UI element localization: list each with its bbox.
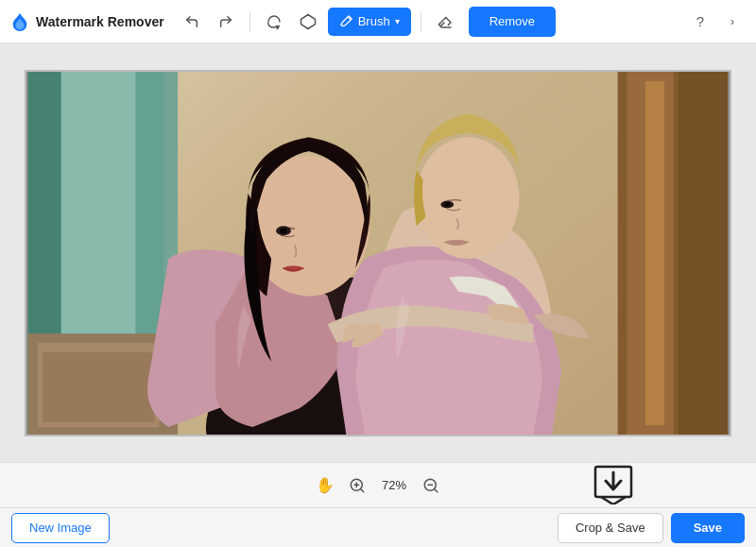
- download-indicator: [593, 465, 633, 504]
- footer: New Image Crop & Save Save: [0, 507, 756, 547]
- illustration: [26, 72, 730, 435]
- svg-marker-0: [301, 14, 315, 28]
- zoom-level: 72%: [377, 478, 411, 492]
- help-icon: ?: [696, 13, 704, 29]
- svg-line-27: [360, 488, 363, 491]
- toolbar-right: ? ›: [686, 8, 747, 36]
- canvas-area[interactable]: [0, 43, 756, 462]
- save-button[interactable]: Save: [671, 513, 745, 543]
- logo-icon: [9, 11, 30, 32]
- remove-button[interactable]: Remove: [469, 7, 556, 37]
- lasso-tool-button[interactable]: [260, 8, 288, 36]
- svg-line-31: [434, 488, 437, 491]
- more-button[interactable]: ›: [718, 8, 747, 36]
- separator-2: [421, 11, 421, 32]
- download-arrow-icon: [593, 465, 633, 504]
- brush-dropdown-icon: ▾: [395, 16, 400, 26]
- zoom-out-button[interactable]: [419, 473, 443, 498]
- toolbar: Watermark Remover Brush ▾: [0, 0, 756, 43]
- zoom-controls: ✋ 72%: [313, 473, 443, 498]
- polygon-tool-button[interactable]: [294, 8, 322, 36]
- help-button[interactable]: ?: [686, 8, 714, 36]
- new-image-button[interactable]: New Image: [11, 513, 110, 543]
- image-container: [25, 70, 731, 436]
- undo-button[interactable]: [178, 8, 206, 36]
- brush-label: Brush: [358, 14, 390, 28]
- app-logo: Watermark Remover: [9, 11, 164, 32]
- more-icon: ›: [730, 14, 734, 28]
- separator-1: [249, 11, 250, 32]
- eraser-tool-button[interactable]: [431, 8, 459, 36]
- crop-save-button[interactable]: Crop & Save: [558, 513, 663, 543]
- svg-rect-25: [28, 72, 728, 435]
- zoom-bar: ✋ 72%: [0, 462, 756, 507]
- footer-right: Crop & Save Save: [558, 513, 745, 543]
- app-title: Watermark Remover: [36, 14, 164, 29]
- hand-pan-icon[interactable]: ✋: [313, 473, 337, 498]
- brush-tool-button[interactable]: Brush ▾: [328, 8, 411, 36]
- redo-button[interactable]: [212, 8, 240, 36]
- zoom-in-button[interactable]: [345, 473, 369, 498]
